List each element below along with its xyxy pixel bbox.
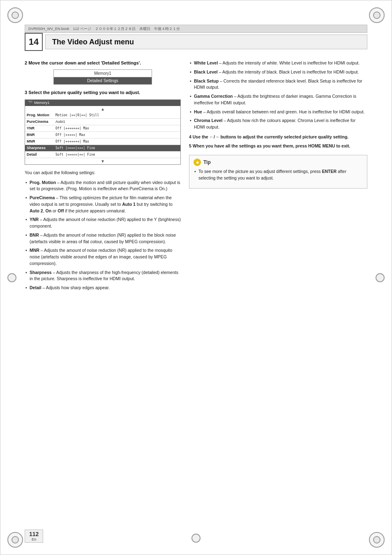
tip-bullet-list: To see more of the picture as you adjust… [194, 168, 363, 182]
chapter-title: The Video Adjust menu [45, 35, 367, 49]
right-bullet-list: White Level – Adjusts the intensity of w… [189, 60, 367, 131]
settings-row-ynr[interactable]: YNR Off |+++++++| Max [25, 125, 180, 132]
settings-row-bnr[interactable]: BNR Off |+++++| Max [25, 132, 180, 138]
list-item-detail: Detail – Adjusts how sharp edges appear. [25, 285, 181, 291]
settings-row-purecinema[interactable]: PureCinema Auto1 [25, 119, 180, 125]
list-item-black-setup: Black Setup – Corrects the standard refe… [189, 78, 367, 91]
right-column: White Level – Adjusts the intensity of w… [189, 56, 367, 522]
chapter-badge: 14 [25, 33, 43, 51]
header-file-info: DVR550H_WV_EN.book 112 ページ ２００６年１２月２８日 木… [28, 26, 180, 32]
mid-right-decoration [376, 273, 385, 282]
tip-icon: ★ [194, 159, 201, 166]
settings-mockup: 🎬 Memory1 ▲ Prog. Motion Motion |++|0|++… [25, 99, 181, 165]
list-item-white-level: White Level – Adjusts the intensity of w… [189, 60, 367, 67]
settings-row-prog-motion[interactable]: Prog. Motion Motion |++|0|++| Still [25, 112, 180, 119]
menu-item-memory1[interactable]: Memory1 [54, 70, 152, 77]
settings-row-detail[interactable]: Detail Soft |=====|++| Fine [25, 152, 180, 158]
scroll-down: ▼ [25, 158, 180, 164]
left-bullet-list: Prog. Motion – Adjusts the motion and st… [25, 180, 181, 291]
list-item-chroma-level: Chroma Level – Adjusts how rich the colo… [189, 117, 367, 131]
menu-item-detailed-settings[interactable]: Detailed Settings [54, 77, 152, 84]
header-bar: DVR550H_WV_EN.book 112 ページ ２００６年１２月２８日 木… [25, 25, 367, 33]
list-item-gamma-correction: Gamma Correction – Adjusts the brightnes… [189, 93, 367, 106]
settings-header: 🎬 Memory1 [25, 100, 180, 106]
corner-decoration-tl [7, 7, 23, 23]
corner-decoration-tr [369, 7, 385, 23]
tip-title: ★ Tip [194, 159, 363, 166]
step5-instruction: 5 When you have all the settings as you … [189, 143, 367, 150]
tip-box: ★ Tip To see more of the picture as you … [189, 155, 367, 189]
corner-decoration-br [369, 532, 385, 548]
page-number-badge: 112 En [25, 530, 43, 543]
content-area: 2 Move the cursor down and select 'Detai… [25, 56, 367, 522]
settings-row-mnr[interactable]: MNR Off |+++++++| Max [25, 138, 180, 145]
list-item-purecinema: PureCinema – This setting optimizes the … [25, 195, 181, 214]
list-item-ynr: YNR – Adjusts the amount of noise reduct… [25, 216, 181, 230]
list-item-black-level: Black Level – Adjusts the intensity of b… [189, 69, 367, 76]
step3-heading: 3 Select the picture quality setting you… [25, 90, 181, 96]
list-item-hue: Hue – Adjusts overall balance between re… [189, 109, 367, 115]
list-item-mnr: MNR – Adjusts the amount of noise reduct… [25, 247, 181, 267]
tip-list-item: To see more of the picture as you adjust… [194, 168, 363, 182]
chapter-number: 14 [29, 37, 39, 47]
step4-instruction: 4 Use the ←/→ buttons to adjust the curr… [189, 134, 367, 140]
settings-row-sharpness[interactable]: Sharpness Soft |====|+++| Fine [25, 145, 180, 152]
corner-decoration-bl [7, 532, 23, 548]
menu-mockup: Memory1 Detailed Settings [53, 69, 152, 85]
bottom-mid-decoration [191, 534, 201, 543]
scroll-up: ▲ [25, 106, 180, 112]
mid-left-decoration [7, 273, 16, 282]
step2-heading: 2 Move the cursor down and select 'Detai… [25, 60, 181, 66]
list-item-sharpness: Sharpness – Adjusts the sharpness of the… [25, 269, 181, 283]
body-intro: You can adjust the following settings: [25, 170, 181, 176]
list-item-bnr: BNR – Adjusts the amount of noise reduct… [25, 232, 181, 245]
left-column: 2 Move the cursor down and select 'Detai… [25, 56, 181, 522]
list-item-prog-motion: Prog. Motion – Adjusts the motion and st… [25, 180, 181, 193]
